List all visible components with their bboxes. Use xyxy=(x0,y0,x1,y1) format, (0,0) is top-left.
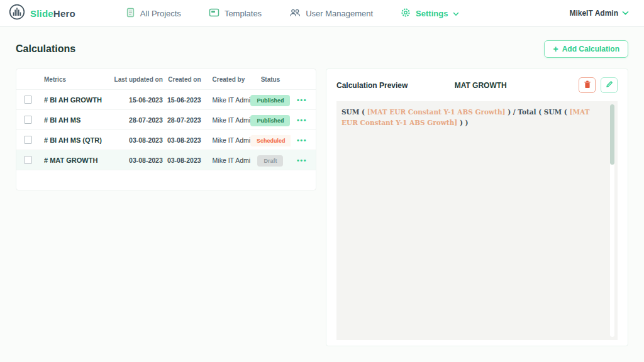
created-on: 03-08-2023 xyxy=(163,136,201,144)
app-name: SlideHero xyxy=(30,8,75,19)
plus-icon: + xyxy=(553,46,558,52)
created-by: Mike IT Admin xyxy=(201,96,250,104)
nav-item-label: Settings xyxy=(416,9,448,18)
row-menu-icon[interactable] xyxy=(291,116,313,124)
preview-scrollbar[interactable] xyxy=(610,104,614,337)
formula-editor[interactable]: SUM ( [MAT EUR Constant Y-1 ABS Growth] … xyxy=(336,101,618,340)
created-by: Mike IT Admin xyxy=(201,116,250,124)
gear-icon xyxy=(401,8,411,19)
column-header-last-updated: Last updated on xyxy=(113,76,162,83)
table-row[interactable]: # BI AH MS 28-07-2023 28-07-2023 Mike IT… xyxy=(16,110,316,130)
templates-icon xyxy=(209,8,219,19)
add-calculation-button[interactable]: + Add Calculation xyxy=(544,40,628,58)
calculation-name: MAT GROWTH xyxy=(408,81,579,90)
chevron-down-icon xyxy=(622,9,629,18)
row-checkbox[interactable] xyxy=(24,116,32,124)
calculations-table: Metrics Last updated on Created on Creat… xyxy=(16,69,316,190)
created-on: 28-07-2023 xyxy=(163,116,201,124)
user-menu[interactable]: MikeIT Admin xyxy=(569,9,629,18)
trash-icon xyxy=(584,80,591,90)
page-header: Calculations + Add Calculation xyxy=(16,40,628,58)
preview-title: Calculation Preview xyxy=(336,81,408,90)
column-header-created-by: Created by xyxy=(201,76,250,83)
last-updated-on: 03-08-2023 xyxy=(113,136,162,144)
slidehero-logo-icon xyxy=(9,4,25,23)
projects-icon xyxy=(126,8,135,19)
row-checkbox[interactable] xyxy=(24,96,32,104)
app-logo[interactable]: SlideHero xyxy=(9,4,75,23)
table-row[interactable]: # BI AH MS (QTR) 03-08-2023 03-08-2023 M… xyxy=(16,130,316,150)
nav-item-label: Templates xyxy=(225,9,262,18)
status-badge: Published xyxy=(250,115,290,126)
add-calculation-label: Add Calculation xyxy=(562,45,619,53)
column-header-created-on: Created on xyxy=(163,76,201,83)
nav-item-templates[interactable]: Templates xyxy=(209,8,262,19)
nav-item-settings[interactable]: Settings xyxy=(401,8,459,19)
formula-text: SUM ( [MAT EUR Constant Y-1 ABS Growth] … xyxy=(341,107,600,128)
last-updated-on: 28-07-2023 xyxy=(113,116,162,124)
preview-header: Calculation Preview MAT GROWTH xyxy=(336,77,618,93)
pencil-icon xyxy=(606,80,613,90)
nav-item-label: User Management xyxy=(306,9,373,18)
created-on: 15-06-2023 xyxy=(163,96,201,104)
column-header-status: Status xyxy=(250,76,291,83)
metric-name: # BI AH GROWTH xyxy=(44,96,113,104)
table-row[interactable]: # BI AH GROWTH 15-06-2023 15-06-2023 Mik… xyxy=(16,90,316,110)
status-badge: Scheduled xyxy=(250,135,291,146)
nav-item-all-projects[interactable]: All Projects xyxy=(126,8,181,19)
main-content: Calculations + Add Calculation Metrics L… xyxy=(0,27,644,346)
nav-item-label: All Projects xyxy=(140,9,181,18)
last-updated-on: 15-06-2023 xyxy=(113,96,162,104)
calculation-preview-panel: Calculation Preview MAT GROWTH xyxy=(326,69,628,346)
top-navigation-bar: SlideHero All Projects Templates xyxy=(0,0,644,27)
created-by: Mike IT Admin xyxy=(201,136,250,144)
delete-calculation-button[interactable] xyxy=(579,77,596,93)
column-header-metrics: Metrics xyxy=(44,76,113,83)
row-menu-icon[interactable] xyxy=(291,96,313,104)
metric-name: # BI AH MS (QTR) xyxy=(44,136,113,144)
scrollbar-thumb[interactable] xyxy=(610,104,614,165)
metric-name: # BI AH MS xyxy=(44,116,113,124)
row-menu-icon[interactable] xyxy=(291,156,313,164)
chevron-down-icon xyxy=(453,9,459,18)
created-by: Mike IT Admin xyxy=(201,156,250,164)
edit-calculation-button[interactable] xyxy=(601,77,618,93)
user-name: MikeIT Admin xyxy=(569,9,618,18)
table-header-row: Metrics Last updated on Created on Creat… xyxy=(16,69,316,90)
nav-item-user-management[interactable]: User Management xyxy=(289,8,373,19)
table-body: # BI AH GROWTH 15-06-2023 15-06-2023 Mik… xyxy=(16,90,316,170)
table-row[interactable]: # MAT GROWTH 03-08-2023 03-08-2023 Mike … xyxy=(16,150,316,170)
status-badge: Draft xyxy=(257,155,283,167)
row-checkbox[interactable] xyxy=(24,156,32,164)
page-title: Calculations xyxy=(16,43,75,55)
last-updated-on: 03-08-2023 xyxy=(113,156,162,164)
created-on: 03-08-2023 xyxy=(163,156,201,164)
metric-name: # MAT GROWTH xyxy=(44,156,113,164)
status-badge: Published xyxy=(250,95,290,106)
users-icon xyxy=(289,8,301,19)
row-checkbox[interactable] xyxy=(24,136,32,144)
row-menu-icon[interactable] xyxy=(291,136,313,144)
main-nav: All Projects Templates User Management xyxy=(126,8,460,19)
